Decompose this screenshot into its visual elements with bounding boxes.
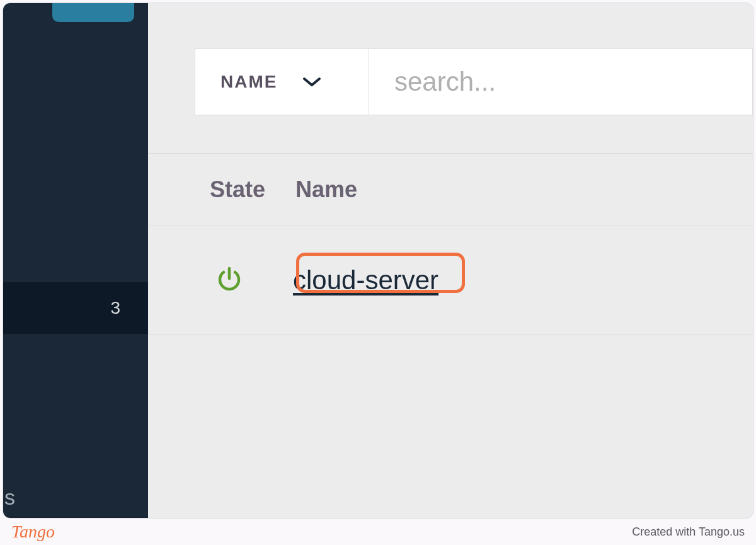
app-frame: 3 s NAME State Name — [3, 3, 753, 519]
column-header-state[interactable]: State — [148, 176, 265, 203]
state-cell — [148, 266, 243, 295]
sidebar-partial-label: s — [4, 485, 15, 510]
chevron-down-icon — [302, 76, 321, 88]
power-icon — [216, 266, 243, 295]
column-header-name[interactable]: Name — [265, 176, 357, 203]
search-bar: NAME — [195, 49, 753, 115]
filter-dropdown[interactable]: NAME — [195, 49, 369, 115]
main-content: NAME State Name — [148, 3, 753, 518]
sidebar-divider — [3, 517, 148, 517]
sidebar: 3 s — [3, 3, 148, 518]
server-name-link[interactable]: cloud-server — [293, 265, 438, 295]
table-header: State Name — [148, 153, 753, 226]
sidebar-badge-count: 3 — [110, 298, 120, 318]
sidebar-item-active[interactable]: 3 — [3, 282, 148, 334]
top-divider — [217, 3, 753, 3]
footer-credit: Created with Tango.us — [632, 525, 745, 539]
footer: Tango Created with Tango.us — [0, 519, 756, 545]
search-input[interactable] — [369, 49, 752, 115]
table-row[interactable]: cloud-server — [148, 226, 753, 335]
name-cell: cloud-server — [243, 265, 438, 295]
filter-label: NAME — [220, 72, 277, 92]
tango-logo[interactable]: Tango — [11, 522, 55, 542]
sidebar-active-tab[interactable] — [52, 3, 134, 22]
